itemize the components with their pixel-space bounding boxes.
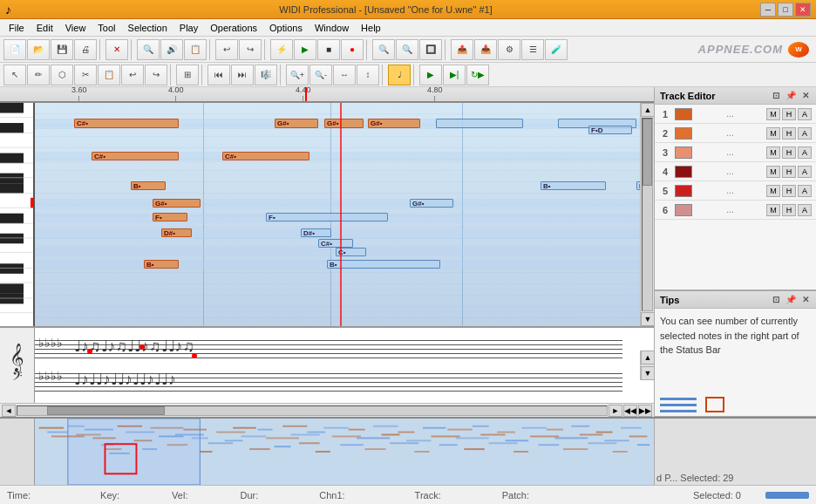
menu-selection[interactable]: Selection bbox=[123, 21, 173, 35]
note-b4[interactable]: B• bbox=[144, 260, 179, 269]
note-gs1c[interactable]: G#• bbox=[368, 119, 420, 128]
note-b2[interactable]: B• bbox=[541, 181, 606, 190]
track-arm-3[interactable]: A bbox=[798, 146, 812, 159]
prev-page-btn[interactable]: ◀◀ bbox=[623, 405, 637, 417]
track-mute-5[interactable]: M bbox=[766, 185, 780, 197]
minimize-button[interactable]: ─ bbox=[760, 3, 776, 17]
menu-operations[interactable]: Operations bbox=[205, 21, 262, 35]
note-b3[interactable]: B• bbox=[636, 181, 640, 190]
note-gs1a[interactable]: G#• bbox=[275, 119, 318, 128]
tb2-play2[interactable]: ▶ bbox=[419, 65, 442, 85]
tb2-undo[interactable]: ↩ bbox=[121, 65, 144, 85]
restore-button[interactable]: □ bbox=[778, 3, 793, 17]
tb-search[interactable]: 🔍 bbox=[137, 39, 160, 60]
note-b1[interactable]: B• bbox=[131, 181, 166, 190]
tb2-zoom-out[interactable]: 🔍- bbox=[309, 65, 332, 85]
track-arm-5[interactable]: A bbox=[798, 185, 812, 197]
vscroll-up[interactable]: ▲ bbox=[641, 103, 654, 117]
menu-play[interactable]: Play bbox=[174, 21, 203, 35]
tb2-tempo[interactable]: ♩ bbox=[388, 65, 411, 85]
note-b5[interactable]: B• bbox=[327, 260, 440, 269]
track-arm-1[interactable]: A bbox=[798, 108, 812, 120]
te-close-icon[interactable]: ✕ bbox=[800, 91, 811, 100]
tb2-zoom-in[interactable]: 🔍+ bbox=[286, 65, 309, 85]
note-cs2b[interactable]: C#• bbox=[222, 152, 309, 160]
note-ds2[interactable]: D#• bbox=[301, 228, 331, 237]
sheet-notes[interactable]: ♭♭♭♭ ♭♭♭♭ ♩♪♫♩♪♫♩♩♪♫♩♩♪♫ ♩♪♩♩♪♩♩♪♩♩♪♩♩♪ bbox=[35, 328, 640, 403]
vscroll-thumb[interactable] bbox=[643, 119, 652, 186]
tb-play[interactable]: ▶ bbox=[294, 39, 316, 60]
hscroll-track[interactable] bbox=[17, 405, 608, 416]
sheet-vscroll-up[interactable]: ▲ bbox=[641, 351, 654, 364]
track-mute-4[interactable]: M bbox=[766, 166, 780, 178]
hscroll-right[interactable]: ► bbox=[609, 405, 622, 417]
track-mute-1[interactable]: M bbox=[766, 108, 780, 120]
sheet-vscroll-down[interactable]: ▼ bbox=[641, 366, 654, 380]
tb2-rewind[interactable]: ⏮ bbox=[207, 65, 230, 85]
note-fwd[interactable]: F•D bbox=[588, 126, 632, 134]
tb-redo[interactable]: ↪ bbox=[239, 39, 262, 60]
note-gs1b[interactable]: G#• bbox=[324, 119, 364, 128]
menu-file[interactable]: File bbox=[3, 21, 30, 35]
tb-zoom-fit[interactable]: 🔲 bbox=[419, 39, 442, 60]
tb2-zoom-v[interactable]: ↕ bbox=[357, 65, 379, 85]
track-mute-2[interactable]: M bbox=[766, 127, 780, 140]
tb2-cut[interactable]: ✂ bbox=[74, 65, 97, 85]
tb-export[interactable]: 📤 bbox=[451, 39, 473, 60]
tb-zoom-out[interactable]: 🔍 bbox=[396, 39, 418, 60]
vscroll-down[interactable]: ▼ bbox=[641, 312, 654, 326]
tb2-quantize[interactable]: ⊞ bbox=[176, 65, 199, 85]
tb-new[interactable]: 📄 bbox=[3, 39, 26, 60]
note-top-a[interactable] bbox=[436, 119, 523, 128]
overview-minimap[interactable]: d P... Selected: 29 bbox=[0, 417, 816, 485]
hscroll-thumb[interactable] bbox=[47, 406, 165, 415]
track-hide-2[interactable]: H bbox=[782, 127, 796, 140]
tb2-select[interactable]: ↖ bbox=[3, 65, 26, 85]
track-hide-4[interactable]: H bbox=[782, 166, 796, 178]
track-arm-2[interactable]: A bbox=[798, 127, 812, 140]
tb-print[interactable]: 🖨 bbox=[74, 39, 97, 60]
tb2-score[interactable]: 🎼 bbox=[255, 65, 277, 85]
track-mute-6[interactable]: M bbox=[766, 204, 780, 216]
tb2-play-loop[interactable]: ↻▶ bbox=[466, 65, 489, 85]
tb2-pencil[interactable]: ✏ bbox=[27, 65, 50, 85]
menu-tool[interactable]: Tool bbox=[92, 21, 120, 35]
tips-close-icon[interactable]: ✕ bbox=[800, 295, 811, 304]
track-arm-4[interactable]: A bbox=[798, 166, 812, 178]
notes-canvas[interactable]: C#• G#• G#• G#• bbox=[35, 103, 640, 326]
tb-zoom-in[interactable]: 🔍 bbox=[372, 39, 395, 60]
note-gs2a[interactable]: G#• bbox=[153, 199, 201, 208]
track-hide-1[interactable]: H bbox=[782, 108, 796, 120]
tb-save[interactable]: 💾 bbox=[51, 39, 73, 60]
tb-open[interactable]: 📂 bbox=[27, 39, 50, 60]
tb-flask[interactable]: 🧪 bbox=[545, 39, 568, 60]
menu-view[interactable]: View bbox=[60, 21, 92, 35]
note-f1[interactable]: F• bbox=[153, 213, 187, 221]
tb-delete[interactable]: ✕ bbox=[105, 39, 128, 60]
hscroll-left[interactable]: ◄ bbox=[2, 405, 16, 417]
track-hide-6[interactable]: H bbox=[782, 204, 796, 216]
tb-record[interactable]: ● bbox=[341, 39, 364, 60]
tips-pin-icon[interactable]: 📌 bbox=[784, 295, 798, 304]
tb-volume[interactable]: 🔊 bbox=[160, 39, 183, 60]
tb-undo[interactable]: ↩ bbox=[215, 39, 238, 60]
track-arm-6[interactable]: A bbox=[798, 204, 812, 216]
tips-restore-icon[interactable]: ⊡ bbox=[771, 295, 781, 304]
note-f2[interactable]: F• bbox=[266, 213, 388, 221]
tb2-eraser[interactable]: ⬡ bbox=[51, 65, 73, 85]
menu-options[interactable]: Options bbox=[264, 21, 308, 35]
menu-edit[interactable]: Edit bbox=[31, 21, 58, 35]
tb2-play-sel[interactable]: ▶| bbox=[443, 65, 466, 85]
tb-stop[interactable]: ■ bbox=[317, 39, 340, 60]
next-page-btn[interactable]: ▶▶ bbox=[638, 405, 652, 417]
note-cs2a[interactable]: C#• bbox=[92, 152, 179, 160]
tb-import[interactable]: 📥 bbox=[474, 39, 497, 60]
tb2-copy[interactable]: 📋 bbox=[98, 65, 120, 85]
menu-help[interactable]: Help bbox=[356, 21, 386, 35]
te-restore-icon[interactable]: ⊡ bbox=[771, 91, 781, 100]
note-cs3[interactable]: C#• bbox=[318, 239, 353, 248]
te-pin-icon[interactable]: 📌 bbox=[784, 91, 798, 100]
tb2-redo[interactable]: ↪ bbox=[145, 65, 167, 85]
tb2-zoom-h[interactable]: ↔ bbox=[333, 65, 356, 85]
track-hide-3[interactable]: H bbox=[782, 146, 796, 159]
